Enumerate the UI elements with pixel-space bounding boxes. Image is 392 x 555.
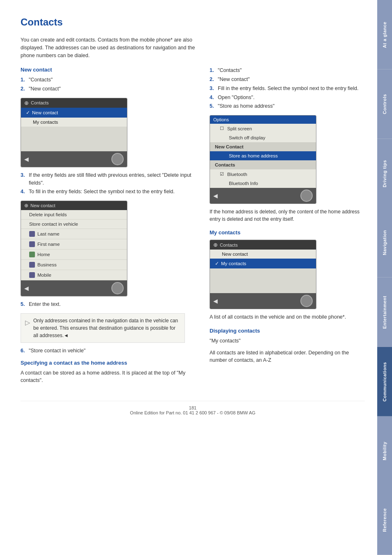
list-item: Bluetooth Info xyxy=(210,179,316,188)
new-contact-steps-4: 6. "Store contact in vehicle" xyxy=(21,347,197,355)
new-contact-steps-1: 1. "Contacts" 2. "New contact" xyxy=(21,76,197,93)
nc-titlebar: ⊕ New contact xyxy=(21,201,127,210)
back-arrow-icon: ◀ xyxy=(24,285,29,291)
list-item: 5. "Store as home address" xyxy=(210,102,365,110)
nc-list: Delete input fields Store contact in veh… xyxy=(21,210,127,280)
tab-driving-tips[interactable]: Driving tips xyxy=(377,139,392,208)
list-item: Switch off display xyxy=(210,133,316,142)
options-nav: ◀ xyxy=(210,188,316,204)
options-screenshot: Options ☐ Split screen Switch off displa… xyxy=(210,115,316,204)
list-item: 3. If the entry fields are still filled … xyxy=(21,171,197,187)
side-tabs: At a glance Controls Driving tips Naviga… xyxy=(377,0,392,555)
list-item: 4. To fill in the entry fields: Select t… xyxy=(21,188,197,196)
home-icon xyxy=(29,252,35,257)
person-icon xyxy=(29,241,35,247)
mobile-icon xyxy=(29,272,35,278)
list-item: 4. Open "Options". xyxy=(210,94,365,102)
business-icon xyxy=(29,262,35,268)
tab-mobility[interactable]: Mobility xyxy=(377,416,392,486)
list-item: 2. "New contact" xyxy=(210,76,365,83)
list-item: Home xyxy=(21,250,127,260)
list-item: Business xyxy=(21,260,127,270)
empty-space xyxy=(21,127,127,151)
footer-page-number: 181 xyxy=(189,405,196,410)
tab-controls[interactable]: Controls xyxy=(377,69,392,139)
page-title: Contacts xyxy=(21,16,365,28)
intro-paragraph: You can create and edit contacts. Contac… xyxy=(21,36,197,59)
back-arrow-icon: ◀ xyxy=(24,156,29,162)
specifying-body: A contact can be stored as a home addres… xyxy=(21,369,197,385)
list-item: Store as home address xyxy=(210,151,316,160)
two-col-layout: New contact 1. "Contacts" 2. "New contac… xyxy=(21,67,365,388)
nc-nav: ◀ xyxy=(21,280,127,296)
my-contacts-screenshot: ⊕ Contacts New contact ✓ My contacts xyxy=(210,240,316,309)
my-contacts-titlebar: ⊕ Contacts xyxy=(210,240,316,250)
displaying-contacts-step1: "My contacts" xyxy=(210,337,365,345)
tab-reference[interactable]: Reference xyxy=(377,486,392,555)
tab-navigation[interactable]: Navigation xyxy=(377,208,392,278)
list-item: ☐ Split screen xyxy=(210,124,316,133)
left-column: New contact 1. "Contacts" 2. "New contac… xyxy=(21,67,197,388)
list-item: 5. Enter the text. xyxy=(21,301,197,308)
list-item: My contacts xyxy=(21,118,127,127)
check-icon: ✓ xyxy=(215,261,219,266)
checkbox-icon: ☐ xyxy=(220,126,224,131)
contacts-list-1: ✓ New contact My contacts xyxy=(21,108,127,151)
contacts-icon: ⊕ xyxy=(213,242,218,248)
avatar xyxy=(300,295,313,307)
contacts-nav-1: ◀ xyxy=(21,151,127,167)
options-list: ☐ Split screen Switch off display New Co… xyxy=(210,124,316,188)
note-box: ▷ Only addresses contained in the naviga… xyxy=(21,313,185,343)
list-item: Last name xyxy=(21,229,127,239)
displaying-contacts-body: All contacts are listed in alphabetical … xyxy=(210,349,365,365)
tab-entertainment[interactable]: Entertainment xyxy=(377,278,392,347)
my-contacts-nav: ◀ xyxy=(210,293,316,309)
list-item: ✓ My contacts xyxy=(210,259,316,268)
avatar xyxy=(300,190,313,202)
tab-at-a-glance[interactable]: At a glance xyxy=(377,0,392,69)
new-contact-steps-3: 5. Enter the text. xyxy=(21,301,197,308)
my-contacts-section: My contacts ⊕ Contacts New contact ✓ xyxy=(210,229,365,321)
list-item: Mobile xyxy=(21,270,127,280)
specifying-section: Specifying a contact as the home address… xyxy=(21,360,197,385)
tab-communications[interactable]: Communications xyxy=(377,347,392,416)
displaying-contacts-heading: Displaying contacts xyxy=(210,328,365,334)
footer-text: Online Edition for Part no. 01 41 2 600 … xyxy=(130,410,255,415)
list-item: 2. "New contact" xyxy=(21,85,197,93)
contacts-screenshot-1: ⊕ Contacts ✓ New contact My contacts ◀ xyxy=(21,98,127,167)
list-item: Delete input fields xyxy=(21,210,127,220)
list-item: Contacts xyxy=(210,160,316,169)
list-item: 3. Fill in the entry fields. Select the … xyxy=(210,85,365,92)
check-icon: ✓ xyxy=(26,110,30,116)
new-contact-heading: New contact xyxy=(21,67,197,73)
avatar xyxy=(111,282,124,294)
main-content: Contacts You can create and edit contact… xyxy=(0,0,377,428)
displaying-contacts-section: Displaying contacts "My contacts" All co… xyxy=(210,328,365,364)
list-item: 1. "Contacts" xyxy=(210,67,365,74)
footer: 181 Online Edition for Part no. 01 41 2 … xyxy=(21,401,365,415)
contacts-icon: ⊕ xyxy=(24,100,29,106)
options-title-text: Options xyxy=(213,117,229,122)
contacts-titlebar-1: ⊕ Contacts xyxy=(21,98,127,108)
new-contact-steps-2: 3. If the entry fields are still filled … xyxy=(21,171,197,196)
my-contacts-body: A list of all contacts in the vehicle an… xyxy=(210,313,365,321)
nc-icon: ⊕ xyxy=(24,203,28,208)
back-arrow-icon: ◀ xyxy=(213,298,218,304)
list-item: 6. "Store contact in vehicle" xyxy=(21,347,197,355)
right-column: 1. "Contacts" 2. "New contact" 3. Fill i… xyxy=(210,67,365,388)
list-item: ✓ New contact xyxy=(21,108,127,118)
list-item: New contact xyxy=(210,250,316,259)
list-item: New Contact xyxy=(210,142,316,151)
my-contacts-heading: My contacts xyxy=(210,229,365,236)
empty-space xyxy=(210,268,316,293)
play-icon: ▷ xyxy=(25,318,30,339)
list-item: ☑ Bluetooth xyxy=(210,169,316,179)
list-item: 1. "Contacts" xyxy=(21,76,197,84)
specifying-heading: Specifying a contact as the home address xyxy=(21,360,197,366)
options-titlebar: Options xyxy=(210,116,316,124)
avatar xyxy=(111,153,124,165)
list-item: Store contact in vehicle xyxy=(21,220,127,229)
home-address-note: If the home address is deleted, only the… xyxy=(210,208,365,223)
specifying-steps: 1. "Contacts" 2. "New contact" 3. Fill i… xyxy=(210,67,365,110)
list-item: First name xyxy=(21,239,127,250)
